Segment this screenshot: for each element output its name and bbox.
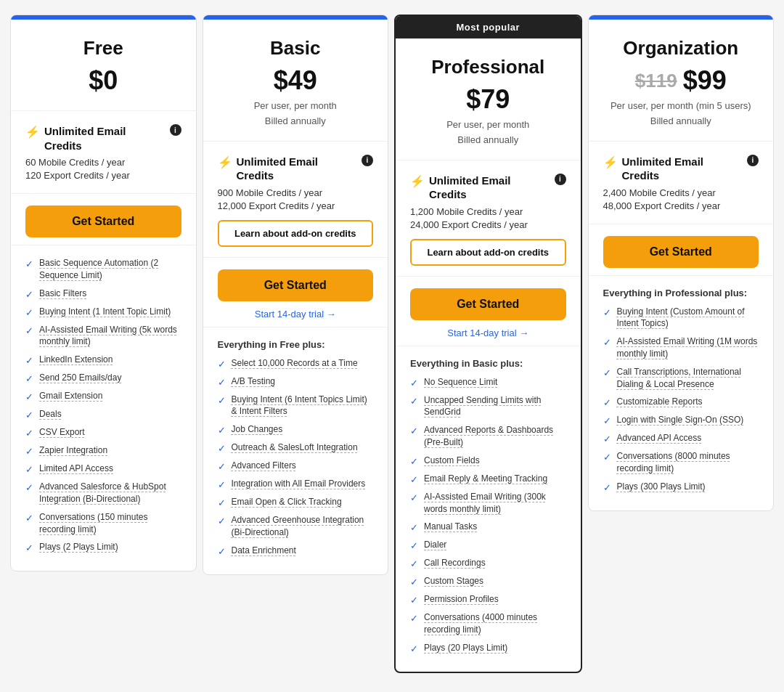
get-started-btn-professional[interactable]: Get Started [410, 288, 566, 320]
trial-link-basic[interactable]: Start 14-day trial → [218, 309, 374, 319]
features-section-basic: Everything in Free plus: ✓ Select 10,000… [203, 327, 388, 574]
plan-name-basic: Basic [218, 37, 374, 60]
check-icon-organization-6: ✓ [603, 452, 611, 463]
feature-item-free-13: ✓ Plays (2 Plays Limit) [25, 541, 181, 553]
feature-text-professional-12: Plays (20 Plays Limit) [424, 642, 507, 654]
feature-item-professional-3: ✓ Custom Fields [410, 455, 566, 467]
unlimited-text-basic: Unlimited Email Credits [237, 155, 355, 183]
feature-item-free-6: ✓ Gmail Extension [25, 390, 181, 402]
check-icon-free-4: ✓ [25, 355, 33, 366]
plan-header-organization: Organization $119 $99 Per user, per mont… [589, 20, 774, 142]
feature-text-professional-6: Manual Tasks [424, 521, 477, 533]
plan-price-basic: $49 [274, 65, 317, 96]
feature-text-organization-4: Login with Single Sign-On (SSO) [617, 414, 744, 426]
get-started-btn-free[interactable]: Get Started [25, 205, 181, 237]
check-icon-free-12: ✓ [25, 513, 33, 524]
check-icon-free-11: ✓ [25, 482, 33, 493]
check-icon-professional-12: ✓ [410, 643, 418, 654]
credit-line-free-0: 60 Mobile Credits / year [25, 157, 181, 168]
feature-text-professional-0: No Sequence Limit [424, 376, 497, 388]
bolt-icon-professional: ⚡ [410, 174, 425, 188]
plan-price-row-basic: $49 [218, 65, 374, 96]
plan-card-organization: Organization $119 $99 Per user, per mont… [588, 15, 775, 511]
feature-text-free-4: LinkedIn Extension [39, 354, 113, 366]
feature-item-organization-0: ✓ Buying Intent (Custom Amount of Intent… [603, 306, 759, 330]
feature-item-organization-5: ✓ Advanced API Access [603, 432, 759, 444]
feature-item-professional-2: ✓ Advanced Reports & Dashboards (Pre-Bui… [410, 424, 566, 449]
feature-text-basic-5: Advanced Filters [232, 460, 296, 472]
unlimited-row-organization: ⚡ Unlimited Email Credits i [603, 155, 759, 183]
cta-section-organization: Get Started [589, 224, 774, 276]
feature-item-professional-4: ✓ Email Reply & Meeting Tracking [410, 473, 566, 485]
feature-text-basic-9: Data Enrichment [232, 545, 296, 557]
feature-item-free-7: ✓ Deals [25, 408, 181, 420]
feature-text-free-13: Plays (2 Plays Limit) [39, 541, 118, 553]
addon-btn-professional[interactable]: Learn about add-on credits [410, 239, 566, 266]
feature-text-professional-9: Custom Stages [424, 575, 483, 587]
feature-item-free-3: ✓ AI-Assisted Email Writing (5k words mo… [25, 324, 181, 349]
get-started-btn-basic[interactable]: Get Started [218, 269, 374, 301]
feature-item-organization-2: ✓ Call Transcriptions, International Dia… [603, 366, 759, 391]
check-icon-basic-9: ✓ [218, 546, 226, 557]
feature-text-professional-3: Custom Fields [424, 455, 480, 467]
feature-text-professional-2: Advanced Reports & Dashboards (Pre-Built… [424, 424, 566, 449]
feature-text-professional-8: Call Recordings [424, 557, 486, 569]
feature-item-professional-5: ✓ AI-Assisted Email Writing (300k words … [410, 491, 566, 516]
plan-price-row-free: $0 [25, 65, 181, 96]
feature-item-organization-7: ✓ Plays (300 Plays Limit) [603, 481, 759, 493]
feature-text-free-8: CSV Export [39, 426, 85, 439]
feature-text-free-12: Conversations (150 minutes recording lim… [39, 511, 181, 536]
features-heading-professional: Everything in Basic plus: [410, 358, 566, 369]
credits-section-organization: ⚡ Unlimited Email Credits i 2,400 Mobile… [589, 142, 774, 224]
feature-item-professional-10: ✓ Permission Profiles [410, 593, 566, 606]
feature-item-free-0: ✓ Basic Sequence Automation (2 Sequence … [25, 257, 181, 282]
feature-item-basic-3: ✓ Job Changes [218, 423, 374, 436]
cta-section-professional: Get StartedStart 14-day trial → [396, 277, 581, 346]
plan-price-professional: $79 [466, 84, 510, 115]
feature-text-basic-6: Integration with All Email Providers [232, 478, 366, 490]
feature-item-professional-11: ✓ Conversations (4000 minutes recording … [410, 611, 566, 636]
credit-line-organization-1: 48,000 Export Credits / year [603, 200, 759, 211]
plan-price-original-organization: $119 [635, 70, 677, 92]
feature-text-free-11: Advanced Salesforce & HubSpot Integratio… [39, 481, 181, 505]
feature-item-free-4: ✓ LinkedIn Extension [25, 354, 181, 366]
get-started-btn-organization[interactable]: Get Started [603, 236, 759, 268]
check-icon-basic-8: ✓ [218, 516, 226, 526]
check-icon-free-8: ✓ [25, 428, 33, 439]
check-icon-free-3: ✓ [25, 325, 33, 336]
feature-item-professional-1: ✓ Uncapped Sending Limits with SendGrid [410, 394, 566, 419]
feature-item-organization-4: ✓ Login with Single Sign-On (SSO) [603, 414, 759, 426]
feature-text-free-0: Basic Sequence Automation (2 Sequence Li… [39, 257, 181, 282]
bolt-icon-organization: ⚡ [603, 155, 618, 169]
feature-item-professional-9: ✓ Custom Stages [410, 575, 566, 587]
check-icon-free-6: ✓ [25, 391, 33, 402]
feature-item-free-10: ✓ Limited API Access [25, 463, 181, 475]
feature-item-professional-0: ✓ No Sequence Limit [410, 376, 566, 388]
feature-text-free-5: Send 250 Emails/day [39, 372, 121, 384]
features-section-professional: Everything in Basic plus: ✓ No Sequence … [396, 346, 581, 672]
plan-billing-professional: Per user, per monthBilled annually [410, 118, 566, 148]
credit-line-basic-1: 12,000 Export Credits / year [218, 200, 374, 211]
check-icon-free-13: ✓ [25, 542, 33, 553]
feature-text-organization-5: Advanced API Access [617, 432, 702, 444]
credit-line-professional-1: 24,000 Export Credits / year [410, 219, 566, 230]
check-icon-professional-10: ✓ [410, 595, 418, 606]
check-icon-organization-0: ✓ [603, 307, 611, 318]
check-icon-free-7: ✓ [25, 410, 33, 420]
feature-text-basic-4: Outreach & SalesLoft Integration [232, 441, 358, 454]
bolt-icon-free: ⚡ [25, 125, 40, 139]
addon-btn-basic[interactable]: Learn about add-on credits [218, 220, 374, 247]
check-icon-free-0: ✓ [25, 259, 33, 269]
check-icon-basic-5: ✓ [218, 461, 226, 472]
check-icon-professional-3: ✓ [410, 456, 418, 467]
check-icon-basic-1: ✓ [218, 377, 226, 388]
feature-item-basic-4: ✓ Outreach & SalesLoft Integration [218, 441, 374, 454]
plan-header-basic: Basic $49 Per user, per monthBilled annu… [203, 20, 388, 142]
trial-link-professional[interactable]: Start 14-day trial → [410, 327, 566, 338]
check-icon-professional-8: ✓ [410, 558, 418, 569]
check-icon-free-10: ✓ [25, 464, 33, 475]
feature-text-free-1: Basic Filters [39, 288, 86, 300]
info-icon-professional: i [555, 174, 566, 185]
unlimited-text-free: Unlimited Email Credits [44, 124, 163, 152]
check-icon-professional-9: ✓ [410, 577, 418, 587]
